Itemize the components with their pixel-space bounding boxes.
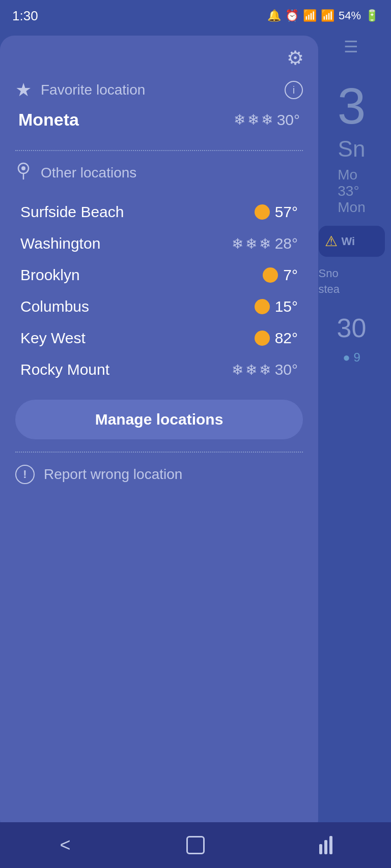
warning-badge: ⚠ Wi [319, 226, 385, 257]
info-icon[interactable]: i [285, 81, 303, 99]
list-item[interactable]: Surfside Beach 57° [15, 196, 303, 228]
home-button[interactable] [175, 830, 216, 860]
report-wrong-location-row[interactable]: ! Report wrong location [0, 465, 318, 484]
sun-icon-3 [255, 299, 270, 314]
weather-rockymount: ❄ ❄ ❄ 30° [232, 361, 298, 378]
favorite-temp: 30° [277, 111, 300, 129]
star-icon: ★ [15, 79, 32, 101]
list-item[interactable]: Rocky Mount ❄ ❄ ❄ 30° [15, 354, 303, 385]
background-panel: ☰ 3 Sn Mo33°Mon ⚠ Wi Snostea 30 ● 9 [312, 31, 391, 868]
alarm-icon: 🔔 [267, 9, 281, 22]
bottom-nav: < [0, 822, 391, 868]
panel-header: ⚙ [0, 36, 318, 74]
battery-text: 54% [339, 9, 361, 22]
sun-icon-2 [263, 267, 278, 283]
temp-rockymount: 30° [275, 361, 298, 378]
recent-apps-button[interactable] [305, 830, 346, 860]
warning-icon: ⚠ [325, 233, 338, 250]
back-button[interactable]: < [45, 830, 86, 860]
settings-icon[interactable]: ⚙ [287, 47, 304, 69]
temp-keywest: 82° [275, 330, 298, 347]
favorite-weather-right: ❄ ❄ ❄ 30° [234, 111, 300, 129]
sun-icon [255, 204, 270, 220]
location-name-brooklyn: Brooklyn [20, 266, 80, 284]
favorite-section: ★ Favorite location i Moneta ❄ ❄ ❄ 30° [0, 74, 318, 140]
pin-icon [15, 161, 32, 184]
other-locations-label: Other locations [41, 165, 136, 181]
temp-columbus: 15° [275, 298, 298, 315]
warning-label: Wi [342, 235, 355, 248]
location-name-columbus: Columbus [20, 298, 89, 315]
bg-mo-label: Mo33°Mon [338, 167, 365, 216]
signal-icon: 📶 [321, 9, 334, 22]
back-icon: < [60, 834, 70, 856]
status-icons: 🔔 ⏰ 📶 📶 54% 🔋 [267, 9, 379, 22]
manage-locations-button[interactable]: Manage locations [15, 400, 303, 439]
bg-drop: ● 9 [343, 350, 360, 365]
status-bar: 1:30 🔔 ⏰ 📶 📶 54% 🔋 [0, 0, 391, 31]
home-icon [186, 836, 205, 854]
favorite-header-row: ★ Favorite location i [15, 79, 303, 101]
exclamation-icon: ! [15, 465, 35, 484]
weather-brooklyn: 7° [263, 266, 298, 284]
location-name-washington: Washington [20, 235, 100, 252]
favorite-location-row[interactable]: Moneta ❄ ❄ ❄ 30° [15, 110, 303, 130]
snow-icon-2: ❄ ❄ ❄ [232, 235, 270, 252]
svg-point-1 [21, 166, 25, 170]
divider-1 [15, 150, 303, 151]
snow-icon-3: ❄ ❄ ❄ [232, 362, 270, 378]
report-label: Report wrong location [44, 466, 182, 483]
list-item[interactable]: Washington ❄ ❄ ❄ 28° [15, 228, 303, 259]
other-locations-header: Other locations [15, 161, 303, 184]
weather-keywest: 82° [255, 330, 298, 347]
other-locations-section: Other locations Surfside Beach 57° Washi… [0, 161, 318, 385]
bg-sn-label: Sn [338, 136, 366, 162]
favorite-location-name: Moneta [18, 110, 79, 130]
list-item[interactable]: Brooklyn 7° [15, 259, 303, 291]
divider-2 [15, 452, 303, 453]
sun-icon-4 [255, 331, 270, 346]
wifi-icon: 📶 [303, 9, 317, 22]
list-item[interactable]: Key West 82° [15, 322, 303, 354]
weather-surfside: 57° [255, 203, 298, 221]
temp-brooklyn: 7° [283, 266, 298, 284]
weather-washington: ❄ ❄ ❄ 28° [232, 235, 298, 252]
main-panel: ⚙ ★ Favorite location i Moneta ❄ ❄ ❄ 30° [0, 36, 318, 834]
bg-num2: 30 [337, 313, 367, 343]
temp-washington: 28° [275, 235, 298, 252]
bg-snow-text: Snostea [319, 266, 385, 297]
hamburger-icon[interactable]: ☰ [344, 39, 359, 55]
location-name-surfside: Surfside Beach [20, 203, 124, 221]
location-name-rockymount: Rocky Mount [20, 361, 109, 378]
weather-columbus: 15° [255, 298, 298, 315]
recent-icon [319, 836, 332, 854]
favorite-left: ★ Favorite location [15, 79, 145, 101]
temp-surfside: 57° [275, 203, 298, 221]
snow-icon: ❄ ❄ ❄ [234, 111, 272, 128]
list-item[interactable]: Columbus 15° [15, 291, 303, 322]
location-name-keywest: Key West [20, 330, 86, 347]
battery-icon: 🔋 [365, 9, 379, 22]
clock-icon: ⏰ [285, 9, 299, 22]
favorite-label: Favorite location [41, 82, 145, 98]
status-time: 1:30 [12, 8, 38, 24]
bg-number: 3 [338, 80, 366, 131]
